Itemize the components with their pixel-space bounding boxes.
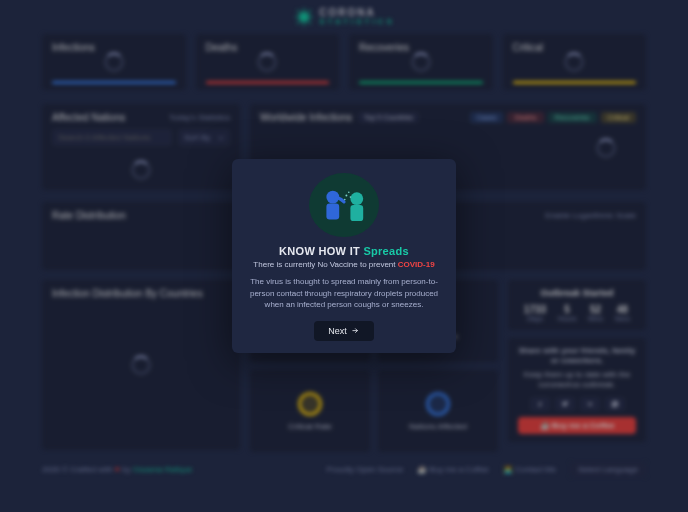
footer-open-source-link[interactable]: Proudly Open Source	[327, 465, 404, 474]
share-vk-button[interactable]	[580, 397, 600, 411]
affected-nations-title: Affected Nations	[52, 112, 125, 123]
brand-logo: CORONA STATISTICS	[0, 0, 688, 34]
sort-by-dropdown[interactable]: Sort By	[178, 129, 230, 146]
outbreak-secs-value: 48	[615, 304, 631, 315]
onboarding-modal: KNOW HOW IT Spreads There is currently N…	[232, 159, 456, 353]
share-body: Keep them up to date with the coronaviru…	[518, 370, 636, 391]
svg-rect-10	[326, 204, 339, 220]
modal-subtitle: There is currently No Vaccine to prevent…	[244, 260, 444, 269]
loading-spinner-icon	[257, 52, 277, 72]
twitter-icon	[561, 400, 569, 408]
enable-log-scale-toggle[interactable]: Enable Logarithmic Scale	[545, 211, 636, 220]
nations-affected-label: Nations Affected	[409, 422, 467, 431]
facebook-icon	[536, 400, 544, 408]
outbreak-days-value: 1733	[524, 304, 546, 315]
outbreak-hours-label: Hours	[558, 315, 577, 322]
infection-by-country-title: Infection Distribution By Countries	[52, 288, 230, 299]
outbreak-days-label: Days	[524, 315, 546, 322]
footer-contact-link[interactable]: 🧑‍💻 Contact Me	[503, 465, 556, 474]
share-twitter-button[interactable]	[555, 397, 575, 411]
svg-point-13	[345, 195, 347, 197]
svg-line-8	[309, 10, 311, 12]
affected-nations-panel: Affected Nations Today's Statistics Sort…	[42, 104, 240, 190]
svg-line-7	[297, 22, 299, 24]
critical-icon	[298, 392, 322, 416]
chip-cases[interactable]: Cases	[470, 112, 504, 123]
footer-credit: 2020 © Crafted with ♥ by Ossama Rafique	[42, 465, 192, 474]
svg-point-11	[350, 192, 363, 205]
nations-affected-card: Nations Affected	[378, 370, 498, 452]
chip-deaths[interactable]: Deaths	[507, 112, 543, 123]
svg-line-6	[309, 22, 311, 24]
stat-label-critical: Critical	[513, 42, 637, 53]
virus-logo-icon	[293, 6, 315, 28]
whatsapp-icon	[611, 400, 619, 408]
chevron-down-icon	[218, 135, 224, 141]
svg-point-0	[299, 12, 310, 23]
loading-spinner-icon	[131, 355, 151, 375]
share-title: Share with your friends, family or cowor…	[518, 346, 636, 367]
loading-spinner-icon	[104, 52, 124, 72]
outbreak-mins-label: Mins	[588, 315, 603, 322]
outbreak-started-panel: Outbreak Started 1733Days 5Hours 52Mins …	[508, 280, 646, 330]
stat-card-infections: Infections	[42, 34, 186, 90]
arrow-right-icon	[351, 326, 360, 335]
vk-icon	[586, 400, 594, 408]
stat-label-recoveries: Recoveries	[359, 42, 483, 53]
contact-icon: 🧑‍💻	[503, 465, 515, 474]
modal-title: KNOW HOW IT Spreads	[244, 245, 444, 257]
stat-card-deaths: Deaths	[196, 34, 340, 90]
outbreak-title: Outbreak Started	[518, 288, 636, 298]
stat-label-deaths: Deaths	[206, 42, 330, 53]
critical-rate-card: Critical Rate	[250, 370, 370, 452]
svg-rect-12	[350, 205, 363, 221]
outbreak-hours-value: 5	[558, 304, 577, 315]
language-dropdown[interactable]: Select Language	[570, 462, 646, 477]
loading-spinner-icon	[564, 52, 584, 72]
sort-by-label: Sort By	[184, 133, 210, 142]
buy-coffee-button[interactable]: ☕ Buy me a Coffee	[518, 417, 636, 434]
author-link[interactable]: Ossama Rafique	[133, 465, 193, 474]
modal-body: The virus is thought to spread mainly fr…	[244, 276, 444, 311]
stat-label-infections: Infections	[52, 42, 176, 53]
infection-by-country-panel: Infection Distribution By Countries	[42, 280, 240, 450]
brand-line2: STATISTICS	[319, 18, 394, 26]
svg-line-5	[297, 10, 299, 12]
loading-spinner-icon	[596, 138, 616, 158]
worldwide-title: Worldwide Infections	[260, 112, 352, 123]
rate-distribution-title: Rate Distribution	[52, 210, 126, 221]
stat-card-recoveries: Recoveries	[349, 34, 493, 90]
loading-spinner-icon	[131, 160, 151, 180]
heart-icon: ♥	[115, 465, 120, 474]
stat-card-critical: Critical	[503, 34, 647, 90]
coffee-icon: ☕	[540, 421, 552, 430]
today-stats-link[interactable]: Today's Statistics	[169, 113, 230, 122]
critical-rate-label: Critical Rate	[288, 422, 332, 431]
svg-point-14	[348, 192, 350, 194]
spread-illustration	[309, 173, 379, 237]
footer-coffee-link[interactable]: ☕ Buy me a Coffee	[417, 465, 489, 474]
share-whatsapp-button[interactable]	[605, 397, 625, 411]
chip-recoveries[interactable]: Recoveries	[548, 112, 597, 123]
outbreak-secs-label: Secs	[615, 315, 631, 322]
share-panel: Share with your friends, family or cowor…	[508, 338, 646, 442]
svg-point-15	[344, 199, 346, 201]
top5-badge: Top 5 Countries	[358, 112, 419, 123]
share-facebook-button[interactable]	[530, 397, 550, 411]
search-input[interactable]	[52, 129, 172, 146]
outbreak-mins-value: 52	[588, 304, 603, 315]
svg-point-16	[350, 196, 352, 198]
brand-line1: CORONA	[319, 8, 394, 18]
next-button[interactable]: Next	[314, 321, 374, 341]
chip-critical[interactable]: Critical	[601, 112, 636, 123]
coffee-icon: ☕	[417, 465, 429, 474]
loading-spinner-icon	[411, 52, 431, 72]
nations-icon	[426, 392, 450, 416]
